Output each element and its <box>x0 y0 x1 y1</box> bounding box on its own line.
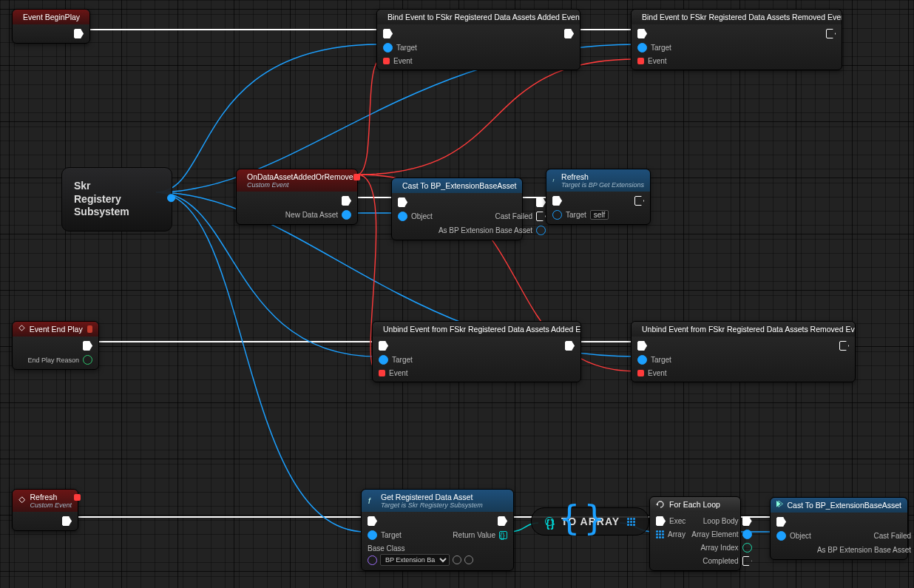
exec-in-pin[interactable] <box>637 341 647 351</box>
svg-text:f: f <box>368 497 371 505</box>
array-in-pin[interactable]: Array <box>656 530 686 539</box>
svg-text:f: f <box>553 178 555 183</box>
object-pin[interactable]: Object <box>776 531 811 541</box>
event-pin[interactable]: Event <box>379 369 408 377</box>
target-pin[interactable]: Target <box>383 43 417 53</box>
node-header: Event End Play <box>13 322 98 337</box>
node-header: Cast To BP_ExtensionBaseAsset <box>771 498 907 513</box>
node-title: Unbind Event from FSkr Registered Data A… <box>383 325 580 334</box>
node-title: Cast To BP_ExtensionBaseAsset <box>402 181 516 190</box>
new-data-asset-pin[interactable]: New Data Asset <box>285 210 351 220</box>
node-title: Bind Event to FSkr Registered Data Asset… <box>642 13 842 21</box>
event-pin[interactable]: Event <box>383 57 413 65</box>
exec-out-pin[interactable] <box>536 197 546 207</box>
cast-failed-pin[interactable]: Cast Failed <box>495 212 546 221</box>
function-icon: f <box>552 176 557 185</box>
in-pin[interactable]: {} <box>545 517 554 526</box>
node-unbind-added[interactable]: Unbind Event from FSkr Registered Data A… <box>372 321 581 382</box>
exec-in-pin[interactable] <box>383 29 393 38</box>
loop-body-pin[interactable]: Loop Body <box>703 516 752 526</box>
exec-out-pin[interactable] <box>826 29 836 38</box>
delegate-out-pin[interactable] <box>353 174 357 180</box>
node-subtitle: Custom Event <box>30 501 72 509</box>
node-custom-event-data-asset[interactable]: OnDataAssetAddedOrRemoved Custom Event N… <box>236 169 358 225</box>
node-bind-removed[interactable]: Bind Event to FSkr Registered Data Asset… <box>631 9 842 70</box>
completed-pin[interactable]: Completed <box>703 556 751 566</box>
node-bind-added[interactable]: Bind Event to FSkr Registered Data Asset… <box>376 9 580 70</box>
node-header: Bind Event to FSkr Registered Data Asset… <box>377 10 580 24</box>
target-self-pin[interactable]: Targetself <box>552 210 609 220</box>
exec-in-pin[interactable] <box>776 517 786 527</box>
cast-icon <box>776 501 783 510</box>
event-pin[interactable]: Event <box>637 369 667 377</box>
function-icon: f <box>368 496 376 505</box>
target-pin[interactable]: Target <box>379 355 413 365</box>
node-title: Refresh <box>30 493 72 501</box>
node-refresh-event[interactable]: Refresh Custom Event <box>12 489 78 531</box>
node-title: TO ARRAY <box>561 516 620 527</box>
base-class-input[interactable]: Base Class BP Extension Ba <box>368 544 473 566</box>
value-out-pin[interactable] <box>167 193 175 206</box>
node-title: Refresh <box>561 172 644 181</box>
exec-out-pin[interactable] <box>83 341 92 351</box>
delegate-out-pin[interactable] <box>74 494 78 501</box>
event-pin[interactable]: Event <box>637 57 667 65</box>
exec-out-pin[interactable] <box>634 196 644 206</box>
node-header: Refresh Custom Event <box>13 490 78 512</box>
exec-in-pin[interactable] <box>379 341 388 351</box>
node-subtitle: Custom Event <box>247 181 357 189</box>
node-header: OnDataAssetAddedOrRemoved Custom Event <box>237 169 357 192</box>
node-cast-bottom[interactable]: Cast To BP_ExtensionBaseAsset Object Cas… <box>770 497 908 560</box>
event-icon <box>18 325 25 334</box>
node-title: Bind Event to FSkr Registered Data Asset… <box>387 13 580 21</box>
as-output-pin[interactable]: As BP Extension Base Asset <box>439 226 546 235</box>
array-index-pin[interactable]: Array Index <box>700 543 751 552</box>
exec-out-pin[interactable] <box>62 516 72 526</box>
end-play-reason-pin[interactable]: End Play Reason <box>27 355 92 365</box>
out-pin[interactable] <box>627 518 635 526</box>
node-unbind-removed[interactable]: Unbind Event from FSkr Registered Data A… <box>631 321 856 382</box>
cast-failed-pin[interactable]: Cast Failed <box>873 531 914 541</box>
array-element-pin[interactable]: Array Element <box>691 530 751 539</box>
exec-out-pin[interactable] <box>342 196 351 206</box>
target-pin[interactable]: Target <box>368 530 402 540</box>
blueprint-canvas[interactable]: Event BeginPlay Bind Event to FSkr Regis… <box>0 0 914 588</box>
exec-in-pin[interactable] <box>368 516 377 526</box>
node-title: Event End Play <box>30 325 83 334</box>
exec-in-pin[interactable] <box>398 197 407 207</box>
exec-out-pin[interactable] <box>839 341 849 351</box>
node-event-endplay[interactable]: Event End Play End Play Reason <box>12 321 99 370</box>
node-header: For Each Loop <box>650 497 740 512</box>
target-pin[interactable]: Target <box>637 355 671 365</box>
node-cast-top[interactable]: Cast To BP_ExtensionBaseAsset Object Cas… <box>391 178 523 240</box>
exec-out-pin[interactable] <box>564 29 574 38</box>
node-get-registered[interactable]: f Get Registered Data Asset Target is Sk… <box>361 489 514 571</box>
return-value-pin[interactable]: Return Value{} <box>453 530 507 540</box>
loop-icon <box>656 500 665 509</box>
node-subtitle: Target is Skr Registery Subsystem <box>381 501 483 509</box>
node-title: For Each Loop <box>669 500 720 509</box>
node-refresh-call[interactable]: f Refresh Target is BP Get Extensions Ta… <box>546 169 651 225</box>
node-header: Event BeginPlay <box>13 10 89 24</box>
node-title: Get Registered Data Asset <box>381 493 483 501</box>
browse-icon[interactable] <box>453 555 461 564</box>
target-pin[interactable]: Target <box>637 43 671 53</box>
exec-out-pin[interactable] <box>565 341 575 351</box>
node-var-subsystem[interactable]: Skr Registery Subsystem <box>61 167 172 232</box>
exec-in-pin[interactable]: Exec <box>656 516 686 526</box>
base-class-select[interactable]: BP Extension Ba <box>380 554 450 566</box>
exec-in-pin[interactable] <box>552 196 562 206</box>
object-pin[interactable]: Object <box>398 212 433 221</box>
exec-out-pin[interactable] <box>74 29 84 38</box>
node-header: f Get Registered Data Asset Target is Sk… <box>362 490 513 512</box>
exec-in-pin[interactable] <box>637 29 647 38</box>
node-foreach[interactable]: For Each Loop Exec Loop Body Array Array… <box>649 496 741 571</box>
as-output-pin[interactable]: As BP Extension Base Asset <box>817 545 914 555</box>
node-header: Unbind Event from FSkr Registered Data A… <box>373 322 580 337</box>
exec-out-pin[interactable] <box>498 516 507 526</box>
find-icon[interactable] <box>464 555 473 564</box>
node-header: f Refresh Target is BP Get Extensions <box>546 169 650 192</box>
node-event-beginplay[interactable]: Event BeginPlay <box>12 9 90 44</box>
node-title: OnDataAssetAddedOrRemoved <box>247 172 357 181</box>
node-to-array[interactable]: {} TO ARRAY <box>531 507 649 535</box>
